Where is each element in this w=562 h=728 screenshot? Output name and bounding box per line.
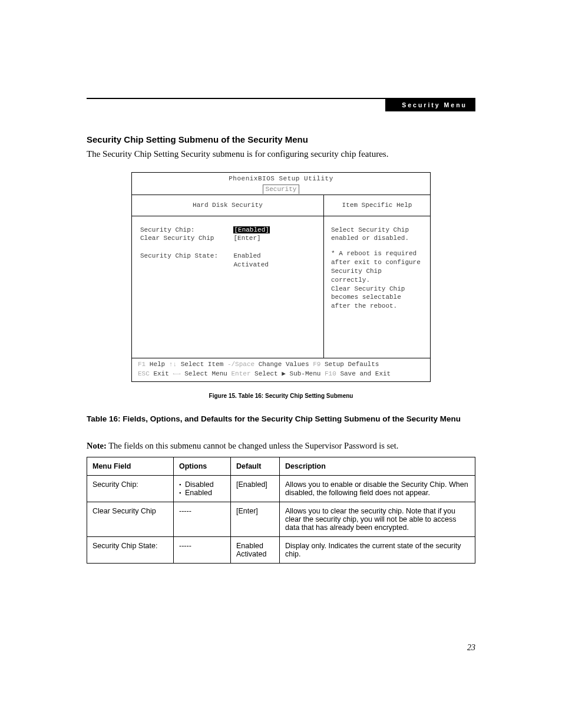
bios-footer: F1 Help ↑↓ Select Item -/Space Change Va… xyxy=(131,358,431,382)
cell-menu: Security Chip: xyxy=(87,475,174,502)
help-line: * A reboot is required xyxy=(331,249,423,258)
field-clear-value: [Enter] xyxy=(233,235,260,242)
cell-menu: Security Chip State: xyxy=(87,536,174,563)
bios-right-pane: Item Specific Help Select Security Chip … xyxy=(324,195,430,358)
table-row: Security Chip State: ----- Enabled Activ… xyxy=(87,536,475,563)
key-exit: Exit xyxy=(153,370,168,377)
help-line: becomes selectable xyxy=(331,293,423,302)
cell-options: Disabled Enabled xyxy=(174,475,231,502)
field-security-chip-value: [Enabled] xyxy=(233,226,269,233)
key-f10: F10 xyxy=(325,370,336,377)
option-item: Disabled xyxy=(179,480,225,489)
help-line: Clear Security Chip xyxy=(331,285,423,294)
field-state-value1: Enabled xyxy=(233,252,260,259)
section-title: Security Chip Setting Submenu of the Sec… xyxy=(87,134,475,144)
arrows-leftright-icon: ←→ xyxy=(173,370,180,377)
key-select-item: Select Item xyxy=(181,361,224,368)
intro-text: The Security Chip Setting Security subme… xyxy=(87,149,475,159)
key-select-menu: Select Menu xyxy=(184,370,227,377)
key-change-values: Change Values xyxy=(259,361,309,368)
cell-menu: Clear Security Chip xyxy=(87,502,174,536)
key-enter: Enter xyxy=(231,370,250,377)
note-text: The fields on this submenu cannot be cha… xyxy=(107,441,398,450)
bios-tab-security: Security xyxy=(263,185,300,194)
th-menu: Menu Field xyxy=(87,457,174,475)
table-row: Clear Security Chip ----- [Enter] Allows… xyxy=(87,502,475,536)
key-save-exit: Save and Exit xyxy=(340,370,391,377)
bios-screenshot: PhoenixBIOS Setup Utility Security Hard … xyxy=(131,172,431,382)
option-item: Enabled xyxy=(179,489,225,497)
field-clear-label: Clear Security Chip xyxy=(140,235,214,242)
cell-options: ----- xyxy=(174,536,231,563)
key-select-sub: Select ▶ Sub-Menu xyxy=(254,370,320,377)
cell-default: [Enter] xyxy=(231,502,280,536)
cell-description: Display only. Indicates the current stat… xyxy=(280,536,475,563)
key-f9: F9 xyxy=(313,361,320,368)
right-pane-content: Select Security Chip enabled or disabled… xyxy=(324,216,430,335)
left-pane-title: Hard Disk Security xyxy=(132,195,323,216)
note: Note: The fields on this submenu cannot … xyxy=(87,441,475,451)
help-line: enabled or disabled. xyxy=(331,234,423,243)
cell-default: Enabled Activated xyxy=(231,536,280,563)
key-esc: ESC xyxy=(138,370,150,377)
header-badge: Security Menu xyxy=(385,99,475,111)
field-state-label: Security Chip State: xyxy=(140,252,218,259)
th-description: Description xyxy=(280,457,475,475)
table-header-row: Menu Field Options Default Description xyxy=(87,457,475,475)
page: Security Menu Security Chip Setting Subm… xyxy=(0,0,562,728)
bios-tab-row: Security xyxy=(132,184,430,195)
key-minus-space: -/Space xyxy=(227,361,254,368)
th-options: Options xyxy=(174,457,231,475)
help-line: Select Security Chip xyxy=(331,226,423,235)
help-line: after exit to configure xyxy=(331,258,423,267)
right-pane-title: Item Specific Help xyxy=(324,195,430,216)
cell-default: [Enabled] xyxy=(231,475,280,502)
fields-table: Menu Field Options Default Description S… xyxy=(87,457,475,564)
left-pane-content: Security Chip: [Enabled] Clear Security … xyxy=(132,216,323,358)
bios-left-pane: Hard Disk Security Security Chip: [Enabl… xyxy=(132,195,324,358)
content: Security Chip Setting Submenu of the Sec… xyxy=(87,134,475,564)
key-setup-defaults: Setup Defaults xyxy=(325,361,379,368)
help-line: Security Chip correctly. xyxy=(331,267,423,285)
note-label: Note: xyxy=(87,441,107,450)
cell-options: ----- xyxy=(174,502,231,536)
key-f1: F1 xyxy=(138,361,146,368)
cell-description: Allows you to clear the security chip. N… xyxy=(280,502,475,536)
key-help-label: Help xyxy=(150,361,165,368)
figure-caption: Figure 15. Table 16: Security Chip Setti… xyxy=(87,393,475,399)
field-state-value2: Activated xyxy=(233,261,268,268)
table-row: Security Chip: Disabled Enabled [Enabled… xyxy=(87,475,475,502)
help-line: after the reboot. xyxy=(331,302,423,311)
page-number: 23 xyxy=(467,643,475,653)
field-security-chip-label: Security Chip: xyxy=(140,226,194,233)
table-title: Table 16: Fields, Options, and Defaults … xyxy=(87,414,475,423)
arrows-updown-icon: ↑↓ xyxy=(169,361,177,368)
th-default: Default xyxy=(231,457,280,475)
cell-description: Allows you to enable or disable the Secu… xyxy=(280,475,475,502)
bios-title: PhoenixBIOS Setup Utility xyxy=(132,173,430,184)
